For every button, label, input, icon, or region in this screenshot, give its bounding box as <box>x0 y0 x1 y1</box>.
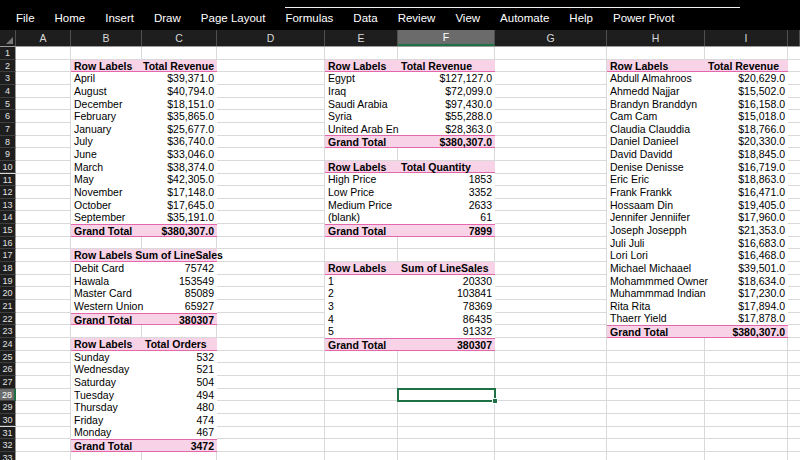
pivot-header-label-cell[interactable]: Row Labels <box>325 262 398 274</box>
pivot-label-cell[interactable]: Syria <box>325 110 398 123</box>
pivot-label-cell[interactable]: Frank Frankk <box>607 186 705 199</box>
pivot-value-cell[interactable]: $16,158.0 <box>705 98 788 111</box>
menu-item-page-layout[interactable]: Page Layout <box>201 6 266 24</box>
row-header-14[interactable]: 14 <box>0 211 16 224</box>
menu-item-help[interactable]: Help <box>569 6 593 24</box>
pivot-label-cell[interactable]: Hawala <box>71 275 142 288</box>
menu-item-review[interactable]: Review <box>398 6 436 24</box>
pivot-label-cell[interactable]: Grand Total <box>325 225 398 236</box>
pivot-value-cell[interactable]: 153549 <box>142 275 217 288</box>
pivot-label-cell[interactable]: Grand Total <box>71 225 142 236</box>
pivot-value-cell[interactable]: $16,683.0 <box>705 237 788 250</box>
column-header-h[interactable]: H <box>607 30 705 46</box>
menu-item-file[interactable]: File <box>16 6 35 24</box>
pivot-value-cell[interactable]: $380,307.0 <box>398 136 495 147</box>
pivot-value-cell[interactable]: 7899 <box>398 225 495 236</box>
pivot-label-cell[interactable]: Grand Total <box>71 440 142 451</box>
row-header-29[interactable]: 29 <box>0 401 16 414</box>
pivot-value-cell[interactable]: $25,677.0 <box>142 123 217 136</box>
pivot-label-cell[interactable]: Saudi Arabia <box>325 98 398 111</box>
row-header-19[interactable]: 19 <box>0 275 16 288</box>
pivot-label-cell[interactable]: Monday <box>71 426 142 439</box>
row-header-21[interactable]: 21 <box>0 300 16 313</box>
row-header-4[interactable]: 4 <box>0 85 16 98</box>
pivot-label-cell[interactable]: Juli Juli <box>607 237 705 250</box>
row-header-10[interactable]: 10 <box>0 161 16 174</box>
row-header-7[interactable]: 7 <box>0 123 16 136</box>
pivot-label-cell[interactable]: Joseph Josepph <box>607 224 705 237</box>
pivot-value-cell[interactable]: $42,305.0 <box>142 173 217 186</box>
pivot-label-cell[interactable]: June <box>71 148 142 161</box>
pivot-label-cell[interactable]: High Price <box>325 173 398 186</box>
row-header-33[interactable]: 33 <box>0 452 16 460</box>
pivot-value-cell[interactable]: $20,330.0 <box>705 135 788 148</box>
pivot-label-cell[interactable]: Lori Lori <box>607 249 705 262</box>
pivot-value-cell[interactable]: $97,430.0 <box>398 98 495 111</box>
menu-item-power-pivot[interactable]: Power Pivot <box>613 6 674 24</box>
row-header-8[interactable]: 8 <box>0 136 16 149</box>
pivot-label-cell[interactable]: Mohammmed Owner <box>607 275 705 288</box>
pivot-label-cell[interactable]: Egypt <box>325 72 398 85</box>
pivot-value-cell[interactable]: $28,363.0 <box>398 123 495 136</box>
pivot-header-label-cell[interactable]: Row Labels <box>71 338 142 350</box>
row-header-13[interactable]: 13 <box>0 199 16 212</box>
pivot-label-cell[interactable]: Saturday <box>71 376 142 389</box>
pivot-value-cell[interactable]: 65927 <box>142 300 217 313</box>
pivot-header-label-cell[interactable]: Row Labels <box>71 60 140 72</box>
pivot-label-cell[interactable]: Cam Cam <box>607 110 705 123</box>
menu-item-draw[interactable]: Draw <box>154 6 181 24</box>
pivot-header-value-cell[interactable]: Total Revenue <box>398 60 495 72</box>
column-header-f[interactable]: F <box>398 30 495 46</box>
pivot-value-cell[interactable]: 86435 <box>398 313 495 326</box>
pivot-label-cell[interactable]: July <box>71 135 142 148</box>
pivot-label-cell[interactable]: Medium Price <box>325 199 398 212</box>
pivot-value-cell[interactable]: 1853 <box>398 173 495 186</box>
pivot-value-cell[interactable]: 3472 <box>142 440 217 451</box>
row-header-22[interactable]: 22 <box>0 313 16 326</box>
pivot-value-cell[interactable]: 103841 <box>398 287 495 300</box>
pivot-value-cell[interactable]: $16,468.0 <box>705 249 788 262</box>
pivot-label-cell[interactable]: Muhammmad Indian <box>607 287 705 300</box>
row-header-1[interactable]: 1 <box>0 47 16 60</box>
pivot-value-cell[interactable]: $17,960.0 <box>705 211 788 224</box>
pivot-label-cell[interactable]: 2 <box>325 287 398 300</box>
sheet-grid[interactable]: 1234567891011121314151617181920212223242… <box>0 47 800 460</box>
row-header-9[interactable]: 9 <box>0 148 16 161</box>
row-header-23[interactable]: 23 <box>0 325 16 338</box>
pivot-header-value-cell[interactable]: Total Quantity <box>398 161 495 173</box>
fill-handle[interactable] <box>492 398 498 404</box>
pivot-label-cell[interactable]: Western Union <box>71 300 142 313</box>
row-header-20[interactable]: 20 <box>0 287 16 300</box>
pivot-label-cell[interactable]: Rita Rita <box>607 300 705 313</box>
pivot-label-cell[interactable]: October <box>71 199 142 212</box>
pivot-value-cell[interactable]: $380,307.0 <box>142 225 217 236</box>
pivot-value-cell[interactable]: $19,405.0 <box>705 199 788 212</box>
pivot-value-cell[interactable]: 467 <box>142 426 217 439</box>
column-header-a[interactable]: A <box>16 30 71 46</box>
row-header-17[interactable]: 17 <box>0 249 16 262</box>
row-header-30[interactable]: 30 <box>0 414 16 427</box>
pivot-value-cell[interactable]: $17,894.0 <box>705 300 788 313</box>
pivot-value-cell[interactable]: 480 <box>142 401 217 414</box>
column-header-d[interactable]: D <box>217 30 325 46</box>
pivot-value-cell[interactable]: $39,371.0 <box>142 72 217 85</box>
pivot-label-cell[interactable]: Thaerr Yield <box>607 312 705 325</box>
pivot-value-cell[interactable]: $40,794.0 <box>142 85 217 98</box>
row-header-2[interactable]: 2 <box>0 60 16 73</box>
pivot-value-cell[interactable]: $17,645.0 <box>142 199 217 212</box>
column-header-g[interactable]: G <box>495 30 607 46</box>
menu-item-insert[interactable]: Insert <box>105 6 134 24</box>
pivot-value-cell[interactable]: 3352 <box>398 186 495 199</box>
pivot-value-cell[interactable]: 91332 <box>398 325 495 338</box>
pivot-value-cell[interactable]: $55,288.0 <box>398 110 495 123</box>
row-header-32[interactable]: 32 <box>0 439 16 452</box>
menu-item-data[interactable]: Data <box>353 6 377 24</box>
row-header-28[interactable]: 28 <box>0 389 16 402</box>
pivot-label-cell[interactable]: Friday <box>71 414 142 427</box>
pivot-value-cell[interactable]: $18,634.0 <box>705 275 788 288</box>
pivot-label-cell[interactable]: Grand Total <box>325 339 398 350</box>
pivot-label-cell[interactable]: Denise Denisse <box>607 161 705 174</box>
pivot-label-cell[interactable]: Claudia Clauddia <box>607 123 705 136</box>
pivot-header-value-cell[interactable]: Sum of LineSales <box>398 262 495 274</box>
pivot-label-cell[interactable]: March <box>71 161 142 174</box>
